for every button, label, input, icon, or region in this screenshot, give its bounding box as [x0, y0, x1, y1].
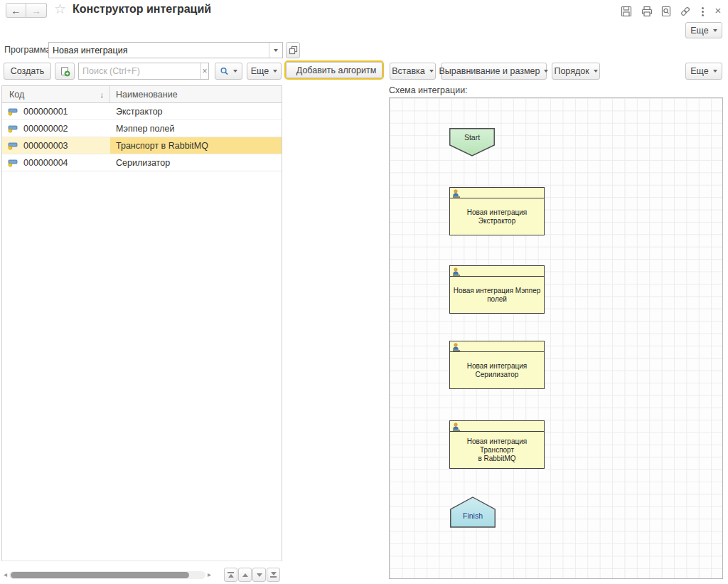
name-value: Серилизатор [116, 158, 170, 168]
integration-constructor-window: ← → ☆ Конструктор интеграций [0, 0, 728, 584]
add-algorithm-label: Добавить алгоритм [296, 65, 376, 75]
more-label: Еще [690, 66, 708, 76]
print-button[interactable] [641, 5, 653, 18]
catalog-item-icon [8, 159, 18, 167]
code-cell: 000000004 [2, 154, 110, 171]
chevron-down-icon [594, 70, 598, 73]
code-cell: 000000003 [2, 137, 110, 154]
search-clear-button[interactable]: × [200, 63, 208, 79]
scheme-label: Схема интеграции: [389, 85, 468, 95]
triangle-up-icon [228, 574, 234, 578]
go-to-bottom-button[interactable] [267, 568, 280, 582]
table-row[interactable]: 000000002 Мэппер полей [2, 120, 282, 137]
add-algorithm-button[interactable]: Добавить алгоритм [286, 62, 382, 78]
go-to-top-button[interactable] [224, 568, 237, 582]
document-search-icon [660, 6, 672, 17]
person-icon [452, 343, 461, 351]
algorithm-node-serializer[interactable]: Новая интеграция Серилизатор [449, 341, 545, 389]
code-cell: 000000001 [2, 103, 110, 120]
catalog-item-icon [8, 142, 18, 150]
name-cell-focused: Транспорт в RabbitMQ [110, 137, 282, 154]
create-button[interactable]: Создать [4, 63, 51, 80]
insert-button[interactable]: Вставка [390, 63, 436, 80]
table-row[interactable]: 000000001 Экстрактор [2, 103, 282, 120]
algorithm-node-mapper[interactable]: Новая интеграция Мэппер полей [449, 265, 545, 314]
align-size-button[interactable]: Выравнивание и размер [441, 63, 547, 80]
sort-desc-icon: ↓ [100, 90, 105, 99]
node-label: Новая интеграция Транспорт в RabbitMQ [450, 432, 544, 468]
kebab-dot [702, 11, 704, 13]
node-label: Новая интеграция Экстрактор [450, 198, 544, 235]
forward-button[interactable]: → [26, 3, 47, 18]
node-header [450, 188, 544, 198]
page-title: Конструктор интеграций [73, 3, 211, 16]
chevron-down-icon [713, 29, 717, 32]
program-open-button[interactable] [286, 42, 300, 58]
back-button[interactable]: ← [6, 3, 26, 18]
canvas-more-button[interactable]: Еще [685, 63, 722, 80]
algorithm-node-extractor[interactable]: Новая интеграция Экстрактор [449, 187, 545, 235]
search-options-button[interactable] [215, 63, 242, 80]
name-value: Экстрактор [116, 107, 163, 117]
preview-button[interactable] [660, 5, 673, 18]
node-header [450, 421, 544, 432]
code-value: 000000001 [23, 107, 68, 117]
code-header-label: Код [9, 90, 24, 100]
table-row[interactable]: 000000004 Серилизатор [2, 154, 282, 171]
chevron-down-icon [544, 70, 548, 73]
chevron-down-icon [233, 70, 237, 73]
add-algorithm-focus-ring: Добавить алгоритм [284, 60, 384, 80]
triangle-down-icon [271, 572, 277, 575]
move-up-button[interactable] [238, 568, 252, 582]
order-button[interactable]: Порядок [552, 63, 600, 80]
code-value: 000000002 [23, 124, 68, 134]
node-label: Новая интеграция Серилизатор [450, 352, 544, 388]
top-bar-icon [228, 572, 234, 573]
person-icon [452, 189, 461, 198]
node-label: Новая интеграция Мэппер полей [450, 277, 544, 313]
code-value: 000000003 [23, 141, 68, 151]
insert-label: Вставка [392, 66, 424, 76]
history-nav: ← → [6, 3, 47, 18]
scroll-left-icon[interactable]: ◂ [4, 569, 7, 580]
person-icon [452, 267, 461, 276]
kebab-dot [702, 7, 704, 9]
order-label: Порядок [554, 66, 589, 76]
horizontal-scrollbar[interactable]: ◂ ▸ [4, 569, 211, 580]
name-cell: Мэппер полей [110, 120, 282, 137]
chevron-down-icon [713, 70, 717, 73]
back-arrow-icon: ← [11, 5, 21, 16]
scrollbar-track[interactable] [9, 571, 205, 579]
triangle-up-icon [242, 573, 248, 577]
bottom-bar-icon [270, 576, 277, 578]
close-button[interactable]: × [712, 4, 724, 17]
save-button[interactable] [620, 5, 633, 18]
search-group: × [78, 63, 209, 80]
favorite-star-icon[interactable]: ☆ [54, 2, 66, 16]
algorithm-node-transport[interactable]: Новая интеграция Транспорт в RabbitMQ [449, 420, 545, 469]
column-header-code[interactable]: Код ↓ [2, 86, 110, 102]
window-menu-button[interactable] [699, 5, 706, 18]
form-more-button[interactable]: Еще [685, 22, 722, 38]
scrollbar-thumb[interactable] [11, 572, 189, 578]
print-icon [641, 6, 653, 17]
scroll-right-icon[interactable]: ▸ [208, 569, 211, 580]
name-cell: Экстрактор [110, 103, 282, 120]
get-link-button[interactable] [679, 5, 692, 18]
chevron-down-icon [273, 70, 277, 73]
table-row-selected[interactable]: 000000003 Транспорт в RabbitMQ [2, 137, 282, 154]
list-more-button[interactable]: Еще [247, 63, 282, 80]
column-header-name[interactable]: Наименование [110, 90, 282, 100]
integration-scheme-canvas[interactable]: Start Новая интеграция Экстрактор Но [389, 97, 723, 579]
program-input[interactable] [49, 43, 269, 58]
kebab-dot [702, 14, 704, 16]
clear-icon: × [202, 66, 207, 76]
move-down-button[interactable] [252, 568, 266, 582]
search-input[interactable] [79, 63, 200, 79]
program-dropdown-button[interactable] [269, 43, 282, 58]
start-node[interactable]: Start [449, 128, 495, 156]
finish-node[interactable]: Finish [450, 497, 496, 528]
create-by-copy-button[interactable] [55, 63, 75, 80]
name-header-label: Наименование [116, 90, 178, 100]
align-size-label: Выравнивание и размер [439, 66, 540, 76]
